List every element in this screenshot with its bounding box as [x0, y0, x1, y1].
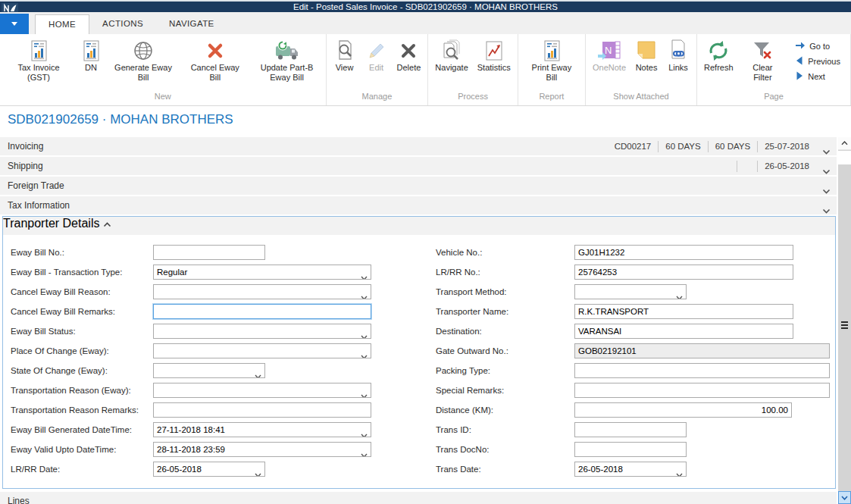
section-invoicing-header[interactable]: InvoicingCD0021760 DAYS60 DAYS25-07-2018 [0, 137, 837, 155]
eway-bill-transaction-type-select[interactable]: Regular [153, 265, 371, 280]
links-button[interactable]: Links [662, 36, 694, 74]
button-label: Go to [809, 42, 830, 51]
previous-button[interactable]: Previous [792, 54, 843, 69]
special-remarks-field[interactable] [574, 383, 830, 398]
print-eway-bill-button[interactable]: Print Eway Bill [521, 36, 583, 84]
state-of-change-eway-select[interactable] [153, 363, 265, 378]
ribbon-group-buttons: ViewEditDelete [329, 34, 426, 92]
edit-button: Edit [361, 36, 393, 74]
button-label: Statistics [477, 63, 511, 73]
tab-navigate[interactable]: NAVIGATE [156, 14, 227, 34]
ribbon-group-manage: ViewEditDeleteManage [327, 34, 429, 105]
trans-id-field[interactable] [574, 422, 687, 437]
ribbon-group-process: NavigateStatisticsProcess [428, 34, 518, 105]
delete-button[interactable]: Delete [393, 36, 426, 74]
trans-date-select[interactable]: 26-05-2018 [574, 462, 687, 477]
section-transporter-details-header[interactable]: Tranporter Details [3, 217, 835, 235]
eway-bill-status-select[interactable] [153, 324, 371, 339]
trans-date-label: Trans Date: [436, 462, 481, 477]
select-chevron-icon [361, 349, 368, 358]
transport-method-select[interactable] [574, 284, 687, 299]
button-label: Print Eway Bill [525, 63, 578, 83]
field-value: 26-05-2018 [578, 465, 623, 474]
cancel-eway-bill-reason-select[interactable] [153, 284, 371, 299]
distance-km-field[interactable]: 100.00 [574, 402, 792, 418]
update-part-b-eway-bill-button[interactable]: Update Part-B Eway Bill [251, 36, 324, 84]
transportation-reason-eway-select[interactable] [153, 383, 371, 398]
report-icon [80, 38, 102, 63]
links-icon [667, 38, 690, 63]
vehicle-no-field[interactable]: GJ01H1232 [574, 245, 793, 260]
place-of-change-eway-label: Place Of Change (Eway): [11, 343, 109, 358]
vertical-scrollbar[interactable] [838, 137, 851, 504]
section-lines-header[interactable]: Lines [0, 492, 837, 504]
summary-cell: 60 DAYS [709, 142, 757, 151]
summary-separator [737, 161, 737, 172]
lr-rr-date-select[interactable]: 26-05-2018 [153, 462, 265, 477]
section-shipping-header[interactable]: Shipping26-05-2018 [0, 157, 837, 175]
navigate-button[interactable]: Navigate [430, 36, 472, 74]
lr-rr-no-field[interactable]: 25764253 [574, 265, 793, 280]
destination-field[interactable]: VARANSAI [574, 324, 793, 339]
cancel-eway-bill-remarks-field[interactable] [153, 304, 371, 319]
view-button[interactable]: View [329, 36, 361, 74]
scroll-up-button[interactable] [838, 137, 851, 150]
tab-actions[interactable]: ACTIONS [89, 14, 156, 34]
button-label: Edit [369, 63, 383, 73]
clear-filter-button[interactable]: Clear Filter [738, 36, 788, 84]
statistics-button[interactable]: Statistics [473, 36, 515, 74]
eway-bill-status-label: Eway Bill Status: [11, 324, 76, 339]
generate-eway-bill-button[interactable]: Generate Eway Bill [107, 36, 180, 84]
splitter-grip-icon[interactable] [841, 321, 848, 330]
field-row: Eway Bill Status:Destination:VARANSAI [3, 321, 835, 341]
eway-bill-no-field[interactable] [153, 245, 265, 260]
summary-cell: 25-07-2018 [758, 142, 816, 151]
select-chevron-icon [676, 468, 683, 477]
transporter-name-field[interactable]: R.K.TRANSPORT [574, 304, 793, 319]
scrollbar-thumb[interactable] [838, 151, 851, 164]
eway-bill-generated-datetime-select[interactable]: 27-11-2018 18:41 [153, 422, 371, 437]
button-label: Generate Eway Bill [111, 63, 175, 83]
collapsed-sections: InvoicingCD0021760 DAYS60 DAYS25-07-2018… [0, 137, 837, 214]
field-value: R.K.TRANSPORT [578, 307, 649, 316]
section-transporter-details-panel: Tranporter Details Eway Bill No.:Vehicle… [2, 216, 836, 489]
clear-filter-icon [751, 38, 774, 63]
field-value: Regular [157, 268, 187, 277]
ribbon-small-buttons: Go toPreviousNext [787, 36, 848, 84]
cancel-eway-bill-button[interactable]: Cancel Eway Bill [180, 36, 251, 84]
window-title: Edit - Posted Sales Invoice - SDB0219026… [0, 2, 851, 11]
report-icon [27, 38, 50, 63]
cancel-eway-bill-reason-label: Cancel Eway Bill Reason: [11, 284, 111, 299]
onenote-icon: N [596, 38, 622, 63]
field-value: 28-11-2018 23:59 [157, 445, 225, 454]
notes-button[interactable]: Notes [630, 36, 662, 74]
transportation-reason-remarks-field[interactable] [153, 402, 371, 418]
gate-outward-no-field[interactable]: GOB02192101 [574, 343, 830, 358]
go-to-button[interactable]: Go to [792, 39, 843, 54]
packing-type-field[interactable] [574, 363, 830, 378]
select-chevron-icon [255, 369, 261, 378]
next-button[interactable]: Next [792, 69, 843, 84]
app-menu-button[interactable] [0, 14, 29, 34]
transporter-name-label: Transporter Name: [436, 304, 508, 319]
button-label: Previous [808, 57, 840, 66]
button-label: Delete [397, 63, 421, 73]
field-row: State Of Change (Eway):Packing Type: [3, 361, 835, 380]
chevron-down-icon [822, 499, 831, 504]
ribbon-group-buttons: RefreshClear FilterGo toPreviousNext [699, 34, 848, 92]
trans-docno-field[interactable] [574, 442, 687, 457]
tab-home[interactable]: HOME [35, 14, 89, 34]
destination-label: Destination: [436, 324, 482, 339]
tax-invoice-gst-button[interactable]: Tax Invoice (GST) [2, 36, 75, 84]
section-foreign-trade-header[interactable]: Foreign Trade [0, 177, 837, 195]
ribbon-group-new: Tax Invoice (GST)DNGenerate Eway BillCan… [0, 34, 327, 105]
place-of-change-eway-select[interactable] [153, 343, 371, 358]
button-label: Cancel Eway Bill [184, 63, 246, 83]
section-tax-information-header[interactable]: Tax Information [0, 196, 837, 214]
scroll-down-button[interactable] [838, 491, 851, 504]
summary-cell: 60 DAYS [659, 142, 707, 151]
eway-valid-upto-datetime-select[interactable]: 28-11-2018 23:59 [153, 442, 371, 457]
refresh-button[interactable]: Refresh [699, 36, 738, 74]
summary-cell: 26-05-2018 [758, 161, 816, 171]
dn-button[interactable]: DN [75, 36, 107, 74]
